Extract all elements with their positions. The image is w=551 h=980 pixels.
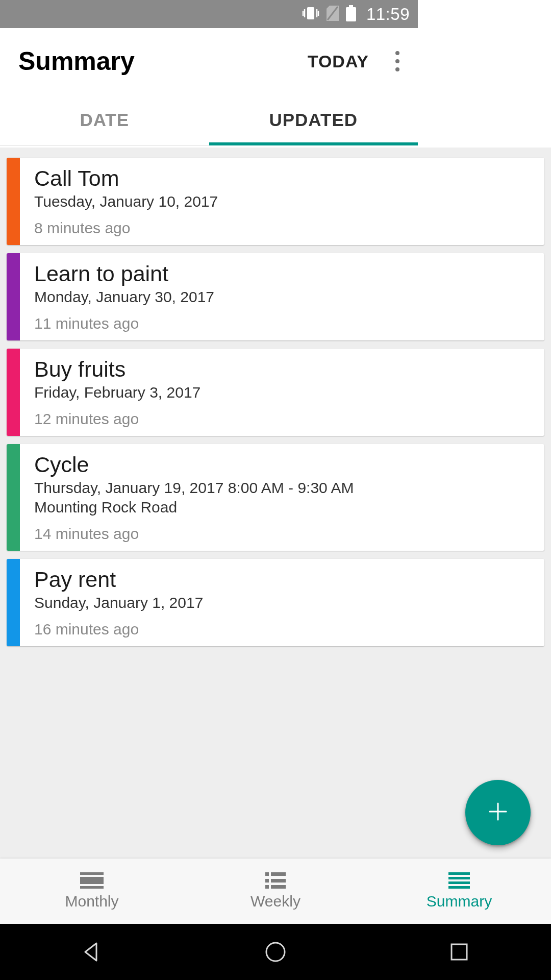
event-card-body: Buy fruitsFriday, February 3, 201712 min… — [20, 349, 418, 436]
event-updated: 16 minutes ago — [34, 621, 418, 638]
battery-icon — [346, 5, 356, 23]
event-title: Buy fruits — [34, 357, 418, 382]
event-location: Mounting Rock Road — [34, 499, 418, 516]
tab-updated[interactable]: UPDATED — [209, 94, 418, 145]
event-date: Monday, January 30, 2017 — [34, 288, 418, 306]
event-color-stripe — [7, 559, 20, 646]
event-date: Friday, February 3, 2017 — [34, 384, 418, 401]
overflow-menu-icon[interactable] — [389, 49, 406, 74]
event-card[interactable]: Buy fruitsFriday, February 3, 201712 min… — [7, 349, 418, 436]
svg-rect-0 — [307, 7, 314, 19]
event-date: Thursday, January 19, 2017 8:00 AM - 9:3… — [34, 479, 418, 497]
vibrate-icon — [302, 6, 319, 22]
event-title: Learn to paint — [34, 261, 418, 286]
event-card[interactable]: Call TomTuesday, January 10, 20178 minut… — [7, 158, 418, 245]
today-button[interactable]: TODAY — [308, 52, 369, 71]
event-title: Cycle — [34, 452, 418, 477]
event-updated: 8 minutes ago — [34, 219, 418, 237]
event-updated: 14 minutes ago — [34, 525, 418, 543]
event-card-body: CycleThursday, January 19, 2017 8:00 AM … — [20, 444, 418, 551]
event-list[interactable]: Call TomTuesday, January 10, 20178 minut… — [0, 148, 418, 743]
event-card[interactable]: Pay rentSunday, January 1, 201716 minute… — [7, 559, 418, 646]
event-color-stripe — [7, 158, 20, 245]
event-title: Call Tom — [34, 166, 418, 191]
page-title: Summary — [18, 46, 308, 76]
tab-date[interactable]: DATE — [0, 94, 209, 145]
event-card[interactable]: Learn to paintMonday, January 30, 201711… — [7, 253, 418, 340]
event-card-body: Call TomTuesday, January 10, 20178 minut… — [20, 158, 418, 245]
event-title: Pay rent — [34, 567, 418, 592]
event-color-stripe — [7, 444, 20, 551]
event-card-body: Pay rentSunday, January 1, 201716 minute… — [20, 559, 418, 646]
tab-date-label: DATE — [80, 110, 129, 130]
event-updated: 11 minutes ago — [34, 315, 418, 332]
event-date: Tuesday, January 10, 2017 — [34, 193, 418, 210]
event-card[interactable]: CycleThursday, January 19, 2017 8:00 AM … — [7, 444, 418, 551]
status-clock: 11:59 — [366, 5, 410, 24]
app-bar: Summary TODAY — [0, 28, 418, 94]
event-date: Sunday, January 1, 2017 — [34, 594, 418, 611]
event-color-stripe — [7, 349, 20, 436]
event-card-body: Learn to paintMonday, January 30, 201711… — [20, 253, 418, 340]
svg-rect-2 — [349, 5, 353, 7]
tab-updated-label: UPDATED — [269, 110, 358, 130]
status-bar: 11:59 — [0, 0, 418, 28]
event-color-stripe — [7, 253, 20, 340]
svg-rect-3 — [346, 7, 356, 21]
no-sim-icon — [327, 6, 339, 23]
tab-bar: DATE UPDATED — [0, 94, 418, 145]
status-icons — [302, 5, 356, 23]
event-updated: 12 minutes ago — [34, 410, 418, 428]
